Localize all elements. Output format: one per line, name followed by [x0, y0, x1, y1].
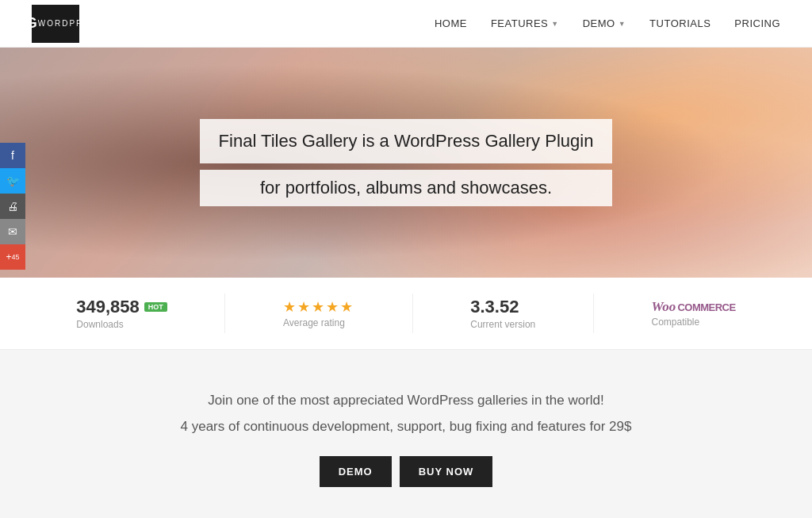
rating-stat: ★★★★★ Average rating: [283, 298, 354, 328]
hero-headline: Final Tiles Gallery is a WordPress Galle…: [219, 130, 594, 153]
woo-text: Woo: [652, 299, 676, 315]
commerce-text: COMMERCE: [677, 301, 735, 313]
compatible-label: Compatible: [652, 317, 700, 328]
stats-bar: 349,858 hot Downloads ★★★★★ Average rati…: [0, 278, 812, 350]
version-label: Current version: [470, 319, 535, 330]
logo[interactable]: FTG WORDPRESS: [32, 5, 79, 43]
plus-count: 45: [12, 253, 20, 261]
stat-divider-2: [412, 294, 413, 333]
rating-stars: ★★★★★: [283, 298, 354, 316]
nav-features[interactable]: FEATURES ▼: [491, 17, 559, 29]
stat-divider-3: [593, 294, 594, 333]
version-value: 3.3.52: [470, 297, 519, 317]
buy-now-button[interactable]: BUY NOW: [400, 456, 493, 487]
print-button[interactable]: 🖨: [0, 194, 25, 219]
rating-label: Average rating: [283, 317, 345, 328]
nav-home[interactable]: HOME: [435, 17, 467, 29]
twitter-share-button[interactable]: 🐦: [0, 168, 25, 194]
downloads-value: 349,858 hot: [76, 297, 167, 317]
print-icon: 🖨: [7, 200, 18, 213]
hero-text-box-2: for portfolios, albums and showcases.: [200, 170, 613, 206]
cta-line1: Join one of the most appreciated WordPre…: [32, 389, 780, 412]
nav-pricing[interactable]: PRICING: [734, 17, 780, 29]
logo-sub: WORDPRESS: [38, 19, 105, 28]
social-sidebar: f 🐦 🖨 ✉ + 45: [0, 143, 25, 270]
downloads-label: Downloads: [76, 319, 123, 330]
demo-button[interactable]: DEMO: [320, 456, 392, 487]
stat-divider-1: [224, 294, 225, 333]
logo-main: FTG: [7, 16, 38, 32]
demo-dropdown-arrow: ▼: [619, 20, 626, 28]
cta-buttons: DEMO BUY NOW: [32, 456, 780, 487]
plus-icon: +: [6, 251, 11, 263]
twitter-icon: 🐦: [6, 175, 20, 187]
hero-overlay: Final Tiles Gallery is a WordPress Galle…: [200, 119, 613, 207]
compatible-stat: Woo COMMERCE Compatible: [652, 299, 736, 328]
hero-text-box-1: Final Tiles Gallery is a WordPress Galle…: [200, 119, 613, 164]
navbar: FTG WORDPRESS HOME FEATURES ▼ DEMO ▼ TUT…: [0, 0, 812, 48]
woocommerce-logo: Woo COMMERCE: [652, 299, 736, 315]
nav-tutorials[interactable]: TUTORIALS: [649, 17, 710, 29]
hero-section: Final Tiles Gallery is a WordPress Galle…: [0, 48, 812, 278]
version-stat: 3.3.52 Current version: [470, 297, 535, 330]
nav-demo[interactable]: DEMO ▼: [583, 17, 626, 29]
facebook-icon: f: [11, 149, 14, 162]
plus-share-button[interactable]: + 45: [0, 244, 25, 270]
cta-section: Join one of the most appreciated WordPre…: [0, 350, 812, 518]
hot-badge: hot: [144, 302, 167, 312]
cta-line2: 4 years of continuous development, suppo…: [32, 416, 780, 439]
email-icon: ✉: [8, 225, 17, 238]
features-dropdown-arrow: ▼: [551, 20, 558, 28]
nav-links: HOME FEATURES ▼ DEMO ▼ TUTORIALS PRICING: [435, 17, 780, 29]
email-share-button[interactable]: ✉: [0, 219, 25, 244]
facebook-share-button[interactable]: f: [0, 143, 25, 168]
downloads-stat: 349,858 hot Downloads: [76, 297, 167, 330]
hero-subheadline: for portfolios, albums and showcases.: [219, 178, 594, 198]
